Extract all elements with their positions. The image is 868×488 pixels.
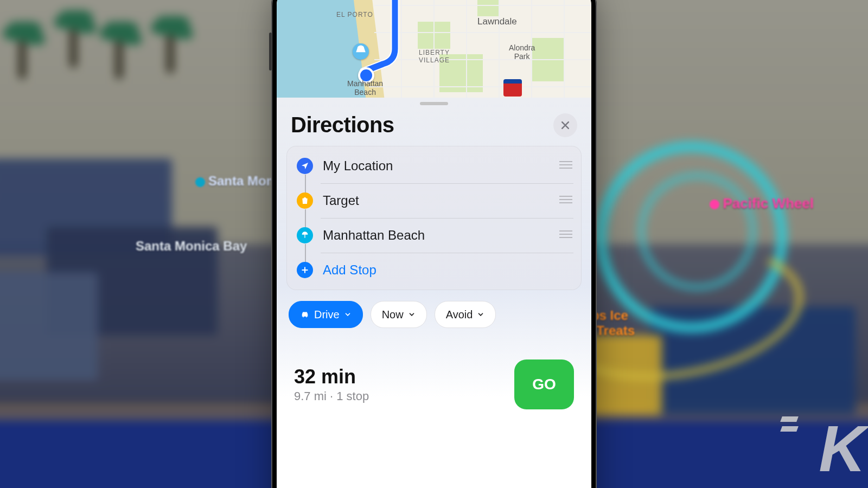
- car-icon: [300, 310, 310, 319]
- drag-handle-icon[interactable]: [558, 160, 573, 172]
- route-summary: 32 min 9.7 mi · 1 stop GO: [286, 328, 582, 409]
- add-stop-label: Add Stop: [323, 262, 573, 278]
- location-arrow-icon: [297, 158, 313, 174]
- avoid-options-pill[interactable]: Avoid: [435, 301, 496, 328]
- map-label-manhattan-beach: Manhattan Beach: [347, 79, 383, 97]
- bg-poi-santa-monica: Santa Moni: [195, 174, 278, 189]
- bg-poi-pacific-wheel: Pacific Wheel: [710, 195, 814, 212]
- watermark-logo: K: [819, 411, 861, 486]
- stop-row-my-location[interactable]: My Location: [287, 149, 581, 183]
- stops-card: My Location Target: [286, 146, 582, 290]
- transport-mode-label: Drive: [314, 309, 340, 321]
- phone-frame: 1 EL PORTO Manhattan Beach LIBERTY VILLA…: [271, 0, 597, 488]
- chevron-down-icon: [477, 311, 484, 318]
- directions-drawer: Directions My Location: [277, 98, 591, 488]
- map-pin-destination[interactable]: [353, 43, 369, 60]
- drawer-grabber[interactable]: [420, 102, 448, 105]
- stop-label: Manhattan Beach: [323, 228, 558, 243]
- add-stop-button[interactable]: Add Stop: [287, 253, 581, 287]
- go-button[interactable]: GO: [514, 359, 574, 409]
- map-label-lawndale: Lawndale: [477, 16, 517, 27]
- close-button[interactable]: [553, 113, 577, 137]
- map-label-alondra-park: Alondra Park: [509, 43, 535, 61]
- route-options: Drive Now Avoid: [286, 290, 582, 328]
- drag-handle-icon[interactable]: [558, 195, 573, 207]
- watermark-accent: [781, 416, 797, 436]
- interstate-shield-icon: [503, 79, 522, 97]
- route-subline: 9.7 mi · 1 stop: [294, 389, 369, 403]
- stop-label: Target: [323, 193, 558, 208]
- chevron-down-icon: [344, 311, 352, 318]
- close-icon: [560, 120, 571, 131]
- map-label-el-porto: EL PORTO: [336, 11, 373, 18]
- stop-row-target[interactable]: Target: [287, 183, 581, 218]
- drawer-title: Directions: [291, 113, 394, 137]
- drag-handle-icon[interactable]: [558, 229, 573, 241]
- map-label-liberty-village: LIBERTY VILLAGE: [419, 49, 450, 64]
- stop-row-manhattan-beach[interactable]: Manhattan Beach: [287, 218, 581, 253]
- transport-mode-pill[interactable]: Drive: [289, 301, 363, 328]
- chevron-down-icon: [408, 311, 416, 318]
- avoid-options-label: Avoid: [446, 309, 473, 321]
- depart-time-label: Now: [382, 309, 404, 321]
- route-duration: 32 min: [294, 365, 369, 388]
- phone-screen: 1 EL PORTO Manhattan Beach LIBERTY VILLA…: [277, 0, 591, 488]
- plus-icon: [297, 262, 313, 278]
- stop-label: My Location: [323, 158, 558, 174]
- depart-time-pill[interactable]: Now: [371, 301, 427, 328]
- map-view[interactable]: 1 EL PORTO Manhattan Beach LIBERTY VILLA…: [277, 0, 591, 110]
- beach-umbrella-icon: [297, 227, 313, 243]
- shopping-bag-icon: [297, 192, 313, 209]
- bg-poi-santa-monica-bay: Santa Monica Bay: [136, 239, 247, 254]
